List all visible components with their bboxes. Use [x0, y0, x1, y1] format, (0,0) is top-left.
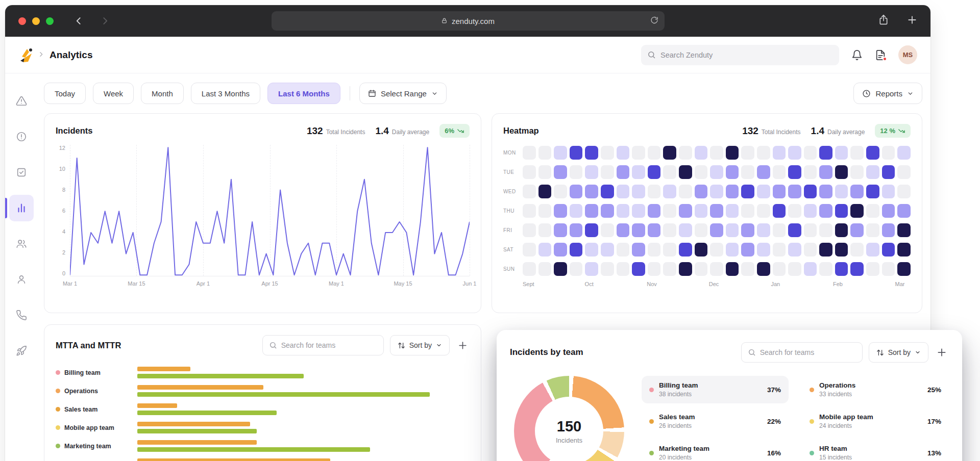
heatmap-cell[interactable] [710, 185, 723, 198]
heatmap-cell[interactable] [538, 204, 552, 218]
heatmap-cell[interactable] [788, 223, 801, 237]
heatmap-cell[interactable] [585, 223, 598, 237]
heatmap-cell[interactable] [866, 204, 879, 218]
heatmap-cell[interactable] [632, 146, 645, 160]
heatmap-cell[interactable] [554, 243, 567, 257]
heatmap-cell[interactable] [663, 262, 676, 276]
heatmap-cell[interactable] [819, 165, 832, 179]
heatmap-cell[interactable] [757, 243, 770, 257]
heatmap-cell[interactable] [741, 204, 754, 218]
heatmap-cell[interactable] [538, 243, 552, 257]
heatmap-cell[interactable] [663, 204, 676, 218]
heatmap-cell[interactable] [570, 223, 583, 237]
heatmap-cell[interactable] [648, 165, 661, 179]
heatmap-cell[interactable] [835, 262, 848, 276]
mttr-bar[interactable] [137, 411, 277, 415]
heatmap-cell[interactable] [819, 146, 832, 160]
url-bar[interactable]: zenduty.com [272, 11, 665, 31]
heatmap-cell[interactable] [897, 185, 911, 198]
heatmap-cell[interactable] [819, 243, 832, 257]
heatmap-cell[interactable] [897, 223, 911, 237]
heatmap-cell[interactable] [897, 146, 911, 160]
heatmap-cell[interactable] [773, 185, 786, 198]
heatmap-cell[interactable] [695, 243, 708, 257]
select-range-button[interactable]: Select Range [359, 83, 447, 104]
heatmap-cell[interactable] [804, 223, 817, 237]
mttr-bar[interactable] [137, 392, 430, 397]
mtta-bar[interactable] [137, 458, 330, 461]
heatmap-cell[interactable] [882, 223, 895, 237]
heatmap-cell[interactable] [601, 204, 614, 218]
heatmap-cell[interactable] [835, 223, 848, 237]
heatmap-cell[interactable] [617, 262, 630, 276]
heatmap-cell[interactable] [897, 262, 911, 276]
heatmap-cell[interactable] [710, 223, 723, 237]
sidebar-item-oncall[interactable] [9, 302, 34, 328]
sidebar-item-profile[interactable] [9, 266, 34, 293]
heatmap-cell[interactable] [804, 243, 817, 257]
sidebar-item-incidents[interactable] [9, 123, 34, 150]
heatmap-cell[interactable] [679, 185, 692, 198]
heatmap-cell[interactable] [819, 223, 832, 237]
heatmap-cell[interactable] [788, 165, 801, 179]
heatmap-cell[interactable] [773, 165, 786, 179]
heatmap-cell[interactable] [882, 243, 895, 257]
heatmap-cell[interactable] [726, 243, 739, 257]
heatmap-cell[interactable] [585, 146, 598, 160]
heatmap-cell[interactable] [554, 262, 567, 276]
add-chart-button[interactable] [456, 339, 470, 352]
heatmap-cell[interactable] [632, 204, 645, 218]
heatmap-cell[interactable] [741, 146, 754, 160]
heatmap-cell[interactable] [679, 165, 692, 179]
sidebar-item-integrations[interactable] [9, 338, 34, 364]
heatmap-cell[interactable] [695, 204, 708, 218]
close-window-button[interactable] [18, 17, 26, 25]
reports-button[interactable]: Reports [853, 83, 922, 104]
heatmap-cell[interactable] [632, 185, 645, 198]
global-search[interactable] [641, 45, 839, 65]
heatmap-cell[interactable] [523, 204, 536, 218]
heatmap-cell[interactable] [601, 146, 614, 160]
mtta-bar[interactable] [137, 367, 190, 371]
heatmap-cell[interactable] [741, 262, 754, 276]
heatmap-cell[interactable] [632, 165, 645, 179]
heatmap-cell[interactable] [617, 223, 630, 237]
heatmap-cell[interactable] [835, 146, 848, 160]
heatmap-cell[interactable] [695, 262, 708, 276]
heatmap-cell[interactable] [866, 243, 879, 257]
heatmap-cell[interactable] [710, 262, 723, 276]
heatmap-cell[interactable] [538, 185, 552, 198]
heatmap-cell[interactable] [710, 165, 723, 179]
heatmap-cell[interactable] [538, 223, 552, 237]
mtta-bar[interactable] [137, 403, 177, 408]
new-tab-icon[interactable] [907, 15, 917, 27]
heatmap-cell[interactable] [538, 165, 552, 179]
heatmap-cell[interactable] [804, 204, 817, 218]
heatmap-cell[interactable] [757, 204, 770, 218]
heatmap-cell[interactable] [695, 185, 708, 198]
heatmap-cell[interactable] [710, 146, 723, 160]
legend-item[interactable]: Operations33 incidents25% [802, 376, 949, 403]
sidebar-item-tasks[interactable] [9, 159, 34, 186]
avatar[interactable]: MS [898, 45, 917, 64]
heatmap-cell[interactable] [866, 262, 879, 276]
mttr-bar[interactable] [137, 429, 257, 433]
minimize-window-button[interactable] [32, 17, 40, 25]
heatmap-cell[interactable] [585, 204, 598, 218]
heatmap-cell[interactable] [663, 146, 676, 160]
filter-today[interactable]: Today [44, 83, 86, 104]
heatmap-cell[interactable] [866, 146, 879, 160]
heatmap-cell[interactable] [648, 146, 661, 160]
heatmap-cell[interactable] [617, 185, 630, 198]
heatmap-cell[interactable] [523, 165, 536, 179]
heatmap-cell[interactable] [617, 204, 630, 218]
refresh-icon[interactable] [650, 16, 658, 26]
heatmap-cell[interactable] [882, 204, 895, 218]
heatmap-cell[interactable] [679, 243, 692, 257]
heatmap-cell[interactable] [819, 204, 832, 218]
teams-search-input[interactable] [760, 348, 856, 356]
heatmap-cell[interactable] [850, 165, 864, 179]
heatmap-cell[interactable] [757, 165, 770, 179]
heatmap-cell[interactable] [617, 165, 630, 179]
heatmap-cell[interactable] [882, 185, 895, 198]
